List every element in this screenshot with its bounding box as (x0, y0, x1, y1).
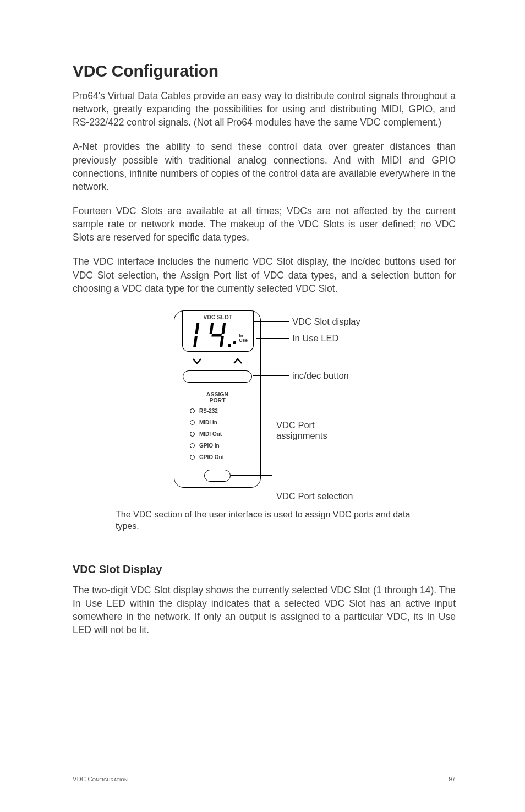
callout-vdc-port: VDC Port assignments (276, 420, 327, 441)
assign-option: MIDI Out (190, 431, 222, 437)
in-use-led-dot-icon (233, 341, 236, 344)
assign-option: RS-232 (190, 408, 218, 414)
leader-brace (238, 410, 238, 453)
radio-icon (190, 443, 195, 448)
in-use-label: In Use (239, 334, 248, 343)
svg-line-1 (195, 336, 196, 347)
chevron-down-icon (192, 357, 202, 365)
vdc-panel-diagram: VDC SLOT (149, 310, 380, 503)
leader-brace-cap (233, 453, 238, 453)
callout-port-selection: VDC Port selection (276, 491, 353, 502)
option-label: RS-232 (199, 408, 218, 414)
leader-line (231, 475, 272, 476)
assign-option: GPIO Out (190, 454, 224, 460)
in-use-line2: Use (239, 337, 248, 343)
body-paragraph: The two-digit VDC Slot display shows the… (73, 584, 456, 637)
body-paragraph: Fourteen VDC Slots are available at all … (73, 204, 456, 244)
body-paragraph: Pro64's Virtual Data Cables provide an e… (73, 89, 456, 129)
inc-dec-chevrons (192, 357, 243, 367)
leader-line (253, 375, 289, 376)
leader-line (256, 338, 289, 339)
footer-page-number: 97 (449, 776, 456, 782)
radio-icon (190, 432, 195, 437)
leader-line (254, 321, 289, 322)
slot-digits (188, 321, 232, 348)
callout-vdc-port-line1: VDC Port (276, 420, 315, 430)
page: VDC Configuration Pro64's Virtual Data C… (0, 0, 525, 812)
assign-option: MIDI In (190, 419, 217, 426)
svg-line-2 (211, 323, 212, 334)
leader-drop (272, 475, 272, 495)
inc-dec-button-icon (183, 370, 252, 383)
assign-line2: PORT (209, 397, 225, 404)
leader-line (238, 423, 272, 423)
port-select-button-icon (204, 470, 231, 482)
callout-slot-display: VDC Slot display (292, 317, 360, 327)
footer-section: VDC Configuration (73, 776, 128, 782)
svg-line-4 (221, 336, 223, 347)
body-paragraph: The VDC interface includes the numeric V… (73, 255, 456, 295)
section-heading: VDC Slot Display (73, 563, 456, 576)
callout-inc-dec: inc/dec button (292, 370, 349, 381)
assign-option: GPIO In (190, 443, 220, 449)
diagram-container: VDC SLOT (73, 310, 456, 503)
slot-display-box: VDC SLOT (182, 311, 254, 352)
radio-icon (190, 408, 195, 413)
option-label: GPIO Out (199, 454, 224, 460)
callout-in-use-led: In Use LED (292, 333, 338, 344)
body-paragraph: A-Net provides the ability to send these… (73, 140, 456, 193)
svg-line-3 (223, 323, 225, 334)
panel-outline: VDC SLOT (174, 310, 261, 488)
leader-brace-cap (233, 410, 238, 410)
callout-vdc-port-line2: assignments (276, 430, 327, 440)
seven-segment-icon (188, 321, 232, 348)
assign-port-heading: ASSIGN PORT (174, 391, 260, 404)
svg-rect-6 (228, 344, 231, 347)
option-label: GPIO In (199, 443, 220, 449)
radio-icon (190, 420, 195, 425)
figure-caption: The VDC section of the user interface is… (116, 509, 413, 532)
page-footer: VDC Configuration 97 (73, 776, 456, 782)
page-title: VDC Configuration (73, 62, 456, 80)
slot-label: VDC SLOT (183, 314, 253, 320)
option-label: MIDI Out (199, 431, 222, 437)
svg-line-0 (196, 323, 198, 334)
option-label: MIDI In (199, 419, 217, 426)
radio-icon (190, 455, 195, 460)
chevron-up-icon (233, 357, 243, 365)
